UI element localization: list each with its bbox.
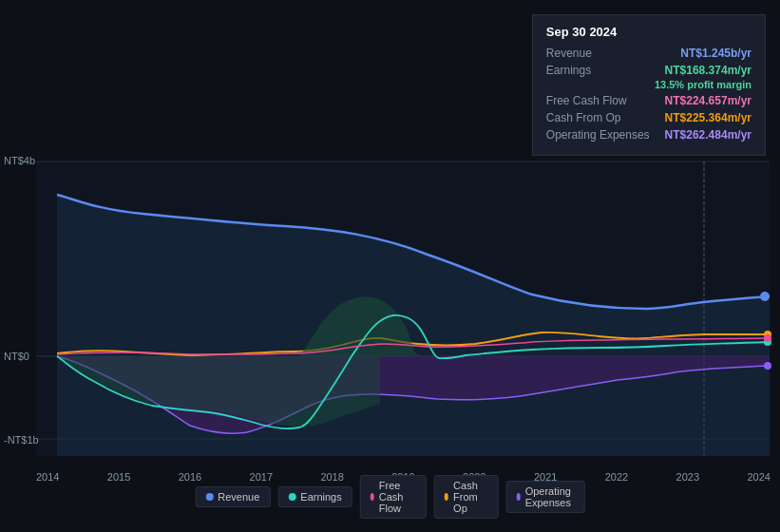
tooltip-op-expenses-row: Operating Expenses NT$262.484m/yr [546,128,751,142]
svg-point-10 [764,334,771,342]
x-label-2015: 2015 [107,471,130,483]
legend-dot-cash-from-op [445,493,448,501]
y-label-bottom: -NT$1b [4,434,39,446]
tooltip-cash-from-op-value: NT$225.364m/yr [665,111,751,124]
chart-legend: Revenue Earnings Free Cash Flow Cash Fro… [195,475,585,519]
tooltip-op-expenses-label: Operating Expenses [546,128,650,142]
legend-label-revenue: Revenue [218,491,259,503]
legend-dot-revenue [205,493,213,501]
legend-label-free-cash: Free Cash Flow [379,480,416,514]
legend-label-earnings: Earnings [300,491,341,503]
y-label-mid: NT$0 [4,351,29,362]
x-label-2024: 2024 [747,471,770,483]
tooltip-date: Sep 30 2024 [546,25,751,39]
legend-label-cash-from-op: Cash From Op [453,480,487,514]
tooltip-earnings-label: Earnings [546,64,591,77]
tooltip-earnings-value: NT$168.374m/yr [665,64,751,77]
y-label-top: NT$4b [4,155,35,166]
tooltip-box: Sep 30 2024 Revenue NT$1.245b/yr Earning… [532,14,766,156]
tooltip-free-cash-label: Free Cash Flow [546,94,627,107]
tooltip-revenue-label: Revenue [546,47,592,60]
tooltip-cash-from-op-label: Cash From Op [546,111,621,124]
legend-dot-earnings [288,493,295,501]
tooltip-revenue-row: Revenue NT$1.245b/yr [546,47,751,60]
tooltip-cash-from-op-row: Cash From Op NT$225.364m/yr [546,111,751,124]
legend-dot-free-cash [371,493,374,501]
svg-point-7 [764,362,771,370]
legend-revenue[interactable]: Revenue [195,486,270,507]
svg-point-6 [760,292,770,301]
x-label-2023: 2023 [676,471,699,483]
tooltip-revenue-value: NT$1.245b/yr [680,47,751,60]
tooltip-op-expenses-value: NT$262.484m/yr [665,128,751,142]
legend-op-expenses[interactable]: Operating Expenses [505,481,584,513]
x-label-2022: 2022 [605,471,628,483]
legend-cash-from-op[interactable]: Cash From Op [434,475,498,519]
tooltip-free-cash-value: NT$224.657m/yr [665,94,751,107]
legend-earnings[interactable]: Earnings [277,486,352,507]
tooltip-free-cash-row: Free Cash Flow NT$224.657m/yr [546,94,751,107]
tooltip-profit-margin: 13.5% profit margin [546,79,751,90]
legend-label-op-expenses: Operating Expenses [525,485,575,508]
legend-dot-op-expenses [516,493,520,501]
x-label-2014: 2014 [36,471,59,483]
chart-container: NT$4b NT$0 -NT$1b 2014 2015 2016 2017 20… [0,0,780,532]
tooltip-earnings-row: Earnings NT$168.374m/yr [546,64,751,77]
legend-free-cash[interactable]: Free Cash Flow [360,475,427,519]
